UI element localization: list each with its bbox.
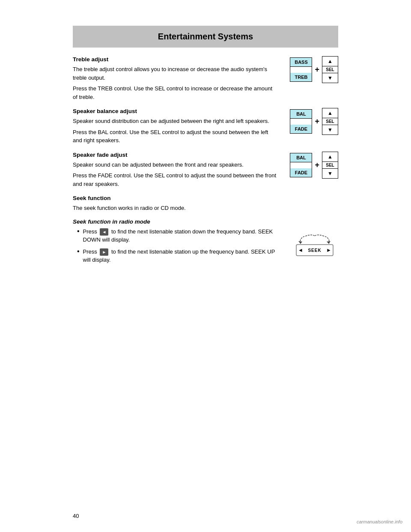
speaker-balance-para2: Press the BAL control. Use the SEL contr… [73, 128, 277, 145]
treble-top-label: BASS [290, 58, 312, 67]
treble-adjust-diagram: BASS TREB + ▲ SEL ▼ [290, 56, 338, 83]
seek-function-title: Seek function [73, 195, 338, 201]
fade-arrow-up: ▲ [322, 152, 338, 162]
seek-bullet-2-prefix: Press [83, 248, 97, 255]
speaker-fade-diagram: BAL FADE + ▲ SEL ▼ [290, 152, 338, 179]
fade-sel-label: SEL [322, 162, 338, 169]
svg-text:◄: ◄ [298, 247, 303, 253]
svg-text:►: ► [326, 247, 331, 253]
page-title: Entertainment Systems [83, 32, 328, 42]
svg-marker-1 [327, 241, 331, 244]
seek-bullet-2-content: Press ► to find the next listenable stat… [83, 248, 278, 264]
watermark: carmanualsonline.info [357, 519, 402, 524]
fade-right-box: ▲ SEL ▼ [322, 152, 338, 179]
page-container: Entertainment Systems Treble adjust The … [0, 0, 411, 532]
speaker-fade-section: Speaker fade adjust Speaker sound can be… [73, 152, 338, 191]
seek-outer: • Press ◄ to find the next listenable st… [73, 227, 338, 268]
seek-bullet-2: • Press ► to find the next listenable st… [77, 248, 278, 264]
seek-img-block: ◄ SEEK ► [291, 227, 338, 259]
svg-text:SEEK: SEEK [308, 248, 321, 253]
speaker-fade-para2: Press the FADE control. Use the SEL cont… [73, 171, 277, 188]
balance-plus: + [315, 117, 319, 126]
treble-bottom-label: TREB [290, 73, 312, 81]
balance-bottom-label: FADE [290, 125, 312, 133]
fade-control-diagram: BAL FADE + ▲ SEL ▼ [290, 152, 338, 179]
treble-adjust-title: Treble adjust [73, 56, 277, 63]
page-number: 40 [73, 513, 79, 519]
content-area: Treble adjust The treble adjust control … [73, 56, 338, 268]
seek-function-intro: The seek function works in radio or CD m… [73, 204, 338, 212]
treble-adjust-section: Treble adjust The treble adjust control … [73, 56, 338, 104]
seek-bullet-1-text: to find the next listenable station down… [83, 228, 273, 243]
seek-bullet-1: • Press ◄ to find the next listenable st… [77, 227, 278, 244]
seek-svg-wrap: ◄ SEEK ► [291, 232, 338, 259]
speaker-balance-text: Speaker balance adjust Speaker sound dis… [73, 108, 277, 147]
fade-top-label: BAL [290, 153, 312, 162]
balance-arrow-down: ▼ [322, 125, 338, 134]
treble-control-diagram: BASS TREB + ▲ SEL ▼ [290, 56, 338, 83]
speaker-fade-para1: Speaker sound can be adjusted between th… [73, 161, 277, 169]
fade-left-box: BAL FADE [290, 153, 312, 177]
balance-sel-label: SEL [322, 118, 338, 125]
seek-right-arrow-icon: ► [100, 248, 108, 256]
treble-left-box: BASS TREB [290, 57, 312, 82]
seek-bullet-1-prefix: Press [83, 228, 97, 235]
header-bar: Entertainment Systems [73, 26, 338, 48]
balance-right-box: ▲ SEL ▼ [322, 108, 338, 135]
seek-radio-mode-title: Seek function in radio mode [73, 218, 338, 225]
svg-marker-0 [298, 241, 302, 244]
treble-right-box: ▲ SEL ▼ [322, 56, 338, 83]
speaker-balance-diagram: BAL FADE + ▲ SEL ▼ [290, 108, 338, 135]
seek-function-section: Seek function The seek function works in… [73, 195, 338, 268]
treble-arrow-up: ▲ [322, 57, 338, 66]
bullet-dot-1: • [77, 228, 80, 235]
fade-arrow-down: ▼ [322, 169, 338, 178]
balance-arrow-up: ▲ [322, 108, 338, 118]
treble-plus: + [315, 65, 319, 74]
treble-arrow-down: ▼ [322, 73, 338, 83]
seek-bullet-list: • Press ◄ to find the next listenable st… [77, 227, 278, 264]
balance-control-diagram: BAL FADE + ▲ SEL ▼ [290, 108, 338, 135]
speaker-balance-para1: Speaker sound distribution can be adjust… [73, 117, 277, 126]
bullet-dot-2: • [77, 248, 80, 255]
balance-left-box: BAL FADE [290, 109, 312, 134]
seek-text-block: • Press ◄ to find the next listenable st… [73, 227, 278, 268]
treble-adjust-text: Treble adjust The treble adjust control … [73, 56, 277, 104]
seek-left-arrow-icon: ◄ [100, 228, 108, 236]
fade-bottom-label: FADE [290, 168, 312, 177]
speaker-balance-title: Speaker balance adjust [73, 108, 277, 114]
speaker-fade-text: Speaker fade adjust Speaker sound can be… [73, 152, 277, 191]
seek-bullet-2-text: to find the next listenable station up t… [83, 248, 275, 263]
fade-plus: + [315, 161, 319, 170]
speaker-balance-section: Speaker balance adjust Speaker sound dis… [73, 108, 338, 147]
seek-bullet-1-content: Press ◄ to find the next listenable stat… [83, 227, 278, 244]
speaker-fade-title: Speaker fade adjust [73, 152, 277, 158]
seek-diagram-svg: ◄ SEEK ► [291, 232, 338, 257]
treble-adjust-para2: Press the TREB control. Use the SEL cont… [73, 84, 277, 101]
treble-adjust-para1: The treble adjust control allows you to … [73, 65, 277, 82]
balance-top-label: BAL [290, 110, 312, 119]
treble-sel-label: SEL [322, 66, 338, 73]
